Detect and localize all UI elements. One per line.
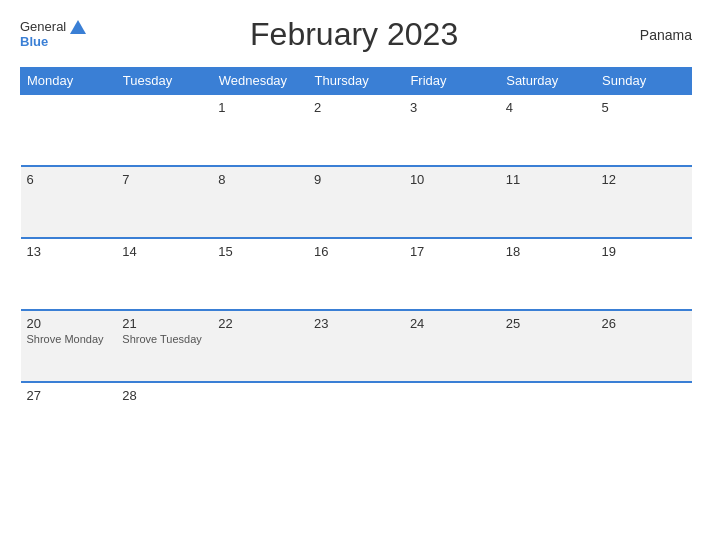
day-number: 19 — [602, 244, 686, 259]
day-number: 4 — [506, 100, 590, 115]
calendar-cell: 19 — [596, 238, 692, 310]
calendar-week-row: 12345 — [21, 94, 692, 166]
day-number: 18 — [506, 244, 590, 259]
day-number: 23 — [314, 316, 398, 331]
calendar-cell: 5 — [596, 94, 692, 166]
day-event: Shrove Monday — [27, 333, 111, 345]
day-number: 22 — [218, 316, 302, 331]
calendar-wrapper: General Blue February 2023 Panama Monday… — [0, 0, 712, 550]
calendar-cell: 7 — [116, 166, 212, 238]
calendar-cell: 23 — [308, 310, 404, 382]
day-number: 5 — [602, 100, 686, 115]
header-thursday: Thursday — [308, 68, 404, 95]
calendar-cell — [404, 382, 500, 454]
calendar-cell: 12 — [596, 166, 692, 238]
day-number: 3 — [410, 100, 494, 115]
calendar-cell — [308, 382, 404, 454]
calendar-cell: 13 — [21, 238, 117, 310]
logo-general-text: General — [20, 20, 66, 34]
day-number: 6 — [27, 172, 111, 187]
day-number: 10 — [410, 172, 494, 187]
calendar-cell — [212, 382, 308, 454]
header-wednesday: Wednesday — [212, 68, 308, 95]
day-number: 27 — [27, 388, 111, 403]
day-event: Shrove Tuesday — [122, 333, 206, 345]
calendar-week-row: 13141516171819 — [21, 238, 692, 310]
calendar-cell: 2 — [308, 94, 404, 166]
calendar-cell: 21Shrove Tuesday — [116, 310, 212, 382]
day-number: 7 — [122, 172, 206, 187]
calendar-cell: 22 — [212, 310, 308, 382]
calendar-cell: 11 — [500, 166, 596, 238]
day-number: 17 — [410, 244, 494, 259]
header-monday: Monday — [21, 68, 117, 95]
calendar-cell: 10 — [404, 166, 500, 238]
day-number: 11 — [506, 172, 590, 187]
month-title: February 2023 — [86, 16, 622, 53]
calendar-cell — [596, 382, 692, 454]
calendar-cell: 20Shrove Monday — [21, 310, 117, 382]
calendar-week-row: 2728 — [21, 382, 692, 454]
calendar-cell — [21, 94, 117, 166]
day-number: 1 — [218, 100, 302, 115]
calendar-cell: 25 — [500, 310, 596, 382]
calendar-table: Monday Tuesday Wednesday Thursday Friday… — [20, 67, 692, 454]
calendar-cell: 3 — [404, 94, 500, 166]
calendar-cell: 6 — [21, 166, 117, 238]
calendar-week-row: 6789101112 — [21, 166, 692, 238]
day-number: 13 — [27, 244, 111, 259]
calendar-week-row: 20Shrove Monday21Shrove Tuesday222324252… — [21, 310, 692, 382]
calendar-cell — [500, 382, 596, 454]
day-number: 15 — [218, 244, 302, 259]
day-number: 24 — [410, 316, 494, 331]
calendar-cell: 28 — [116, 382, 212, 454]
day-number: 20 — [27, 316, 111, 331]
day-number: 8 — [218, 172, 302, 187]
calendar-cell — [116, 94, 212, 166]
logo: General Blue — [20, 20, 86, 49]
header-tuesday: Tuesday — [116, 68, 212, 95]
header-saturday: Saturday — [500, 68, 596, 95]
calendar-cell: 27 — [21, 382, 117, 454]
calendar-cell: 15 — [212, 238, 308, 310]
calendar-cell: 18 — [500, 238, 596, 310]
day-number: 21 — [122, 316, 206, 331]
day-number: 2 — [314, 100, 398, 115]
day-number: 16 — [314, 244, 398, 259]
logo-blue-text: Blue — [20, 35, 48, 49]
calendar-cell: 8 — [212, 166, 308, 238]
calendar-cell: 26 — [596, 310, 692, 382]
calendar-cell: 14 — [116, 238, 212, 310]
day-number: 14 — [122, 244, 206, 259]
day-number: 26 — [602, 316, 686, 331]
calendar-cell: 16 — [308, 238, 404, 310]
logo-triangle-icon — [70, 20, 86, 34]
day-number: 12 — [602, 172, 686, 187]
calendar-cell: 9 — [308, 166, 404, 238]
calendar-cell: 4 — [500, 94, 596, 166]
header-sunday: Sunday — [596, 68, 692, 95]
country-label: Panama — [622, 27, 692, 43]
weekday-header-row: Monday Tuesday Wednesday Thursday Friday… — [21, 68, 692, 95]
day-number: 28 — [122, 388, 206, 403]
day-number: 25 — [506, 316, 590, 331]
calendar-cell: 24 — [404, 310, 500, 382]
calendar-cell: 17 — [404, 238, 500, 310]
header-friday: Friday — [404, 68, 500, 95]
calendar-header: General Blue February 2023 Panama — [20, 16, 692, 53]
day-number: 9 — [314, 172, 398, 187]
calendar-cell: 1 — [212, 94, 308, 166]
